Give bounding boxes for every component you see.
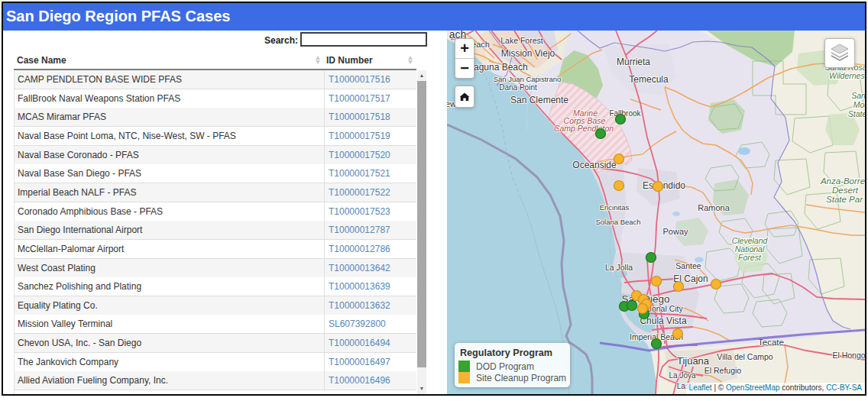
svg-text:San Clemente: San Clemente [510, 95, 568, 105]
svg-text:Oceanside: Oceanside [572, 160, 617, 170]
svg-text:State V: State V [848, 109, 865, 118]
svg-text:El Hongo: El Hongo [832, 351, 865, 360]
svg-text:Dana Point: Dana Point [499, 83, 537, 92]
svg-text:Wilderness: Wilderness [829, 71, 865, 80]
svg-text:Escondido: Escondido [643, 180, 685, 191]
svg-text:Temecula: Temecula [629, 74, 669, 85]
svg-text:State Par: State Par [826, 195, 863, 204]
svg-text:Tijuana: Tijuana [677, 355, 710, 367]
svg-text:El Refugio: El Refugio [704, 366, 742, 375]
svg-text:Poway: Poway [662, 227, 688, 236]
svg-text:Forest: Forest [738, 253, 762, 262]
svg-text:Lake Forest: Lake Forest [500, 36, 543, 45]
svg-text:Villa del Campo: Villa del Campo [717, 352, 773, 361]
svg-text:La Jolla: La Jolla [605, 263, 633, 272]
svg-text:Santee: Santee [675, 261, 701, 270]
svg-text:Anza-Borre: Anza-Borre [820, 176, 865, 186]
svg-text:Sant: Sant [851, 91, 865, 100]
svg-text:Mission Viejo: Mission Viejo [501, 48, 555, 59]
svg-text:Desert: Desert [832, 186, 859, 195]
svg-text:Solana Beach: Solana Beach [595, 218, 640, 226]
svg-text:Encinitas: Encinitas [600, 203, 630, 212]
svg-text:Ramona: Ramona [698, 203, 730, 212]
svg-text:Fallbrook: Fallbrook [609, 109, 641, 118]
svg-text:Laguna Beach: Laguna Beach [468, 62, 527, 73]
svg-text:San Juan Capistrano: San Juan Capistrano [494, 75, 562, 83]
svg-text:Mou: Mou [853, 100, 865, 109]
svg-text:Murrieta: Murrieta [617, 57, 650, 67]
svg-text:La Joya: La Joya [669, 371, 695, 380]
